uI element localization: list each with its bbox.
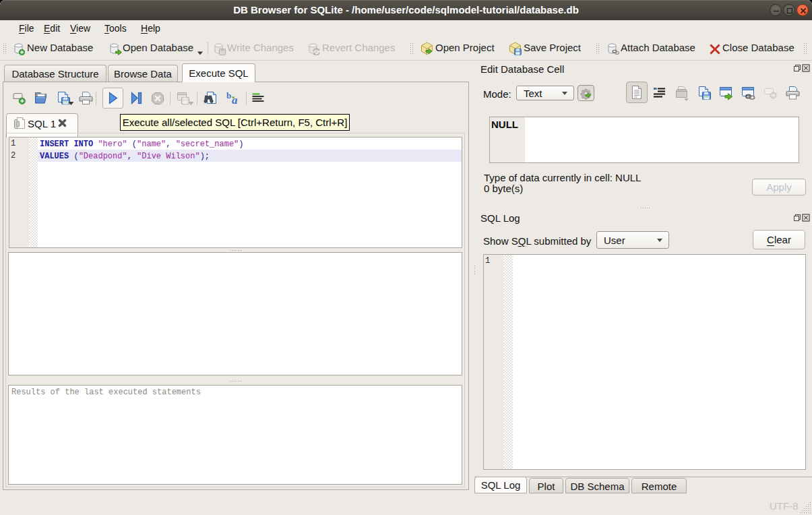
svg-text:b: b xyxy=(226,91,231,100)
svg-text:a: a xyxy=(232,94,238,106)
